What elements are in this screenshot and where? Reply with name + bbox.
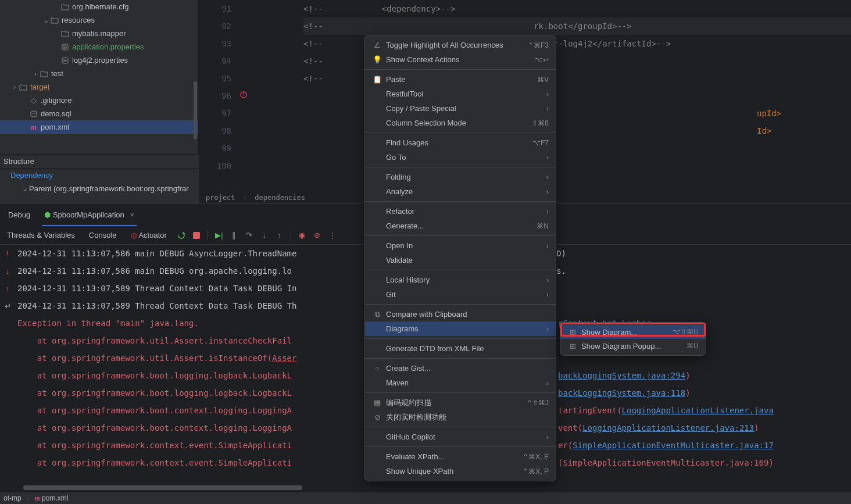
tree-item[interactable]: org.hibernate.cfg: [0, 0, 198, 13]
menu-separator: [365, 304, 556, 305]
menu-item[interactable]: Maven›: [365, 376, 556, 390]
menu-item[interactable]: Copy / Paste Special›: [365, 101, 556, 116]
tree-item[interactable]: mybatis.mapper: [0, 27, 198, 40]
menu-item[interactable]: Folding›: [365, 170, 556, 184]
context-menu[interactable]: ∠Toggle Highlight of All Occurrences⌃⌘F3…: [364, 35, 556, 481]
view-breakpoints-icon[interactable]: ◉: [296, 229, 309, 242]
chevron-right-icon: ›: [546, 290, 549, 299]
compare-icon: ⧉: [372, 310, 382, 319]
tree-item[interactable]: log4j2.properties: [0, 53, 198, 67]
structure-header: Structure: [0, 155, 199, 169]
menu-label: Generate DTD from XML File: [386, 344, 549, 353]
menu-item[interactable]: Analyze›: [365, 184, 556, 199]
folder-icon: [60, 2, 70, 12]
breadcrumb-item[interactable]: dependencies: [255, 194, 305, 202]
status-project[interactable]: ot-mp: [3, 494, 22, 502]
menu-item[interactable]: Show Unique XPath⌃⌘X, P: [365, 464, 556, 478]
chevron-down-icon[interactable]: ⌄: [42, 16, 50, 24]
menu-label: Create Gist...: [386, 364, 549, 373]
step-out-icon[interactable]: ↑: [273, 229, 286, 242]
menu-shortcut: ⌥F7: [532, 139, 549, 147]
menu-shortcut: ⌃⌘F3: [528, 41, 549, 49]
tree-item[interactable]: mpom.xml: [0, 120, 198, 134]
menu-separator: [365, 446, 556, 447]
resume-icon[interactable]: ▶|: [213, 229, 226, 242]
tree-item[interactable]: application.properties: [0, 40, 198, 53]
menu-separator: [365, 270, 556, 270]
console-tab[interactable]: Console: [83, 228, 123, 242]
menu-item[interactable]: Git›: [365, 287, 556, 302]
menu-item[interactable]: Column Selection Mode⇧⌘8: [365, 116, 556, 130]
more-icon[interactable]: ⋮: [326, 229, 339, 242]
menu-separator: [365, 69, 556, 70]
structure-item[interactable]: ⌄Parent (org.springframework.boot:org.sp…: [0, 182, 199, 195]
step-into-icon[interactable]: ↓: [258, 229, 271, 242]
error-icon[interactable]: !: [0, 245, 15, 262]
menu-item[interactable]: Refactor›: [365, 204, 556, 219]
status-file[interactable]: pom.xml: [42, 494, 68, 502]
threads-tab[interactable]: Threads & Variables: [1, 228, 81, 242]
stop-icon[interactable]: [190, 229, 203, 242]
menu-item[interactable]: ▦编码规约扫描⌃⇧⌘J: [365, 395, 556, 410]
down-arrow-icon[interactable]: ↓: [0, 262, 15, 280]
code-line[interactable]: <!-- rk.boot</groupId>-->: [303, 17, 851, 35]
actuator-tab[interactable]: ◎ Actuator: [125, 228, 173, 242]
menu-item[interactable]: GitHub Copilot›: [365, 430, 556, 444]
debug-tab[interactable]: Debug: [1, 204, 37, 226]
menu-item[interactable]: Generate...⌘N: [365, 219, 556, 233]
rerun-icon[interactable]: [175, 229, 188, 242]
chevron-down-icon[interactable]: ⌄: [21, 184, 29, 193]
svg-point-2: [31, 111, 37, 113]
tree-item[interactable]: ›target: [0, 80, 198, 94]
run-tab[interactable]: ⬢ SpbootMpApplication ×: [37, 204, 141, 226]
maven-icon: m: [34, 494, 40, 502]
chevron-right-icon: ›: [546, 173, 549, 181]
menu-item[interactable]: Generate DTD from XML File: [365, 341, 556, 356]
tree-item[interactable]: ›test: [0, 67, 198, 80]
soft-wrap-icon[interactable]: ↵: [0, 297, 15, 314]
tree-item[interactable]: demo.sql: [0, 107, 198, 120]
menu-item[interactable]: Find Usages⌥F7: [365, 135, 556, 150]
close-icon[interactable]: ×: [130, 210, 134, 219]
tree-item[interactable]: ⌄resources: [0, 13, 198, 27]
menu-label: Compare with Clipboard: [386, 310, 549, 319]
menu-item[interactable]: ⧉Compare with Clipboard: [365, 307, 556, 321]
horizontal-scrollbar[interactable]: [23, 485, 845, 490]
up-arrow-icon[interactable]: ↑: [0, 280, 15, 297]
implement-icon[interactable]: [239, 91, 249, 100]
menu-item[interactable]: Evaluate XPath...⌃⌘X, E: [365, 449, 556, 464]
menu-item[interactable]: ⊘关闭实时检测功能: [365, 410, 556, 424]
editor-breadcrumb[interactable]: project › dependencies: [206, 192, 305, 203]
menu-item[interactable]: RestfulTool›: [365, 87, 556, 101]
breadcrumb-item[interactable]: project: [206, 194, 235, 202]
menu-item[interactable]: ○Create Gist...: [365, 361, 556, 376]
menu-item[interactable]: 📋Paste⌘V: [365, 72, 556, 87]
code-line[interactable]: <!-- <dependency>-->: [303, 0, 851, 17]
mute-breakpoints-icon[interactable]: ⊘: [311, 229, 324, 242]
scrollbar-thumb[interactable]: [23, 485, 302, 490]
menu-item[interactable]: Go To›: [365, 150, 556, 165]
chevron-right-icon[interactable]: ›: [10, 83, 19, 91]
menu-item[interactable]: Open In›: [365, 238, 556, 253]
menu-separator: [365, 392, 556, 393]
tree-item[interactable]: ◇.gitignore: [0, 94, 198, 107]
menu-shortcut: ⌘U: [686, 342, 699, 350]
menu-item[interactable]: Local History›: [365, 273, 556, 287]
line-number: 100: [199, 157, 241, 174]
menu-shortcut: ⌥↩: [535, 56, 549, 64]
pause-icon[interactable]: ‖: [228, 229, 241, 242]
submenu-item[interactable]: ⊞Show Diagram...⌥⇧⌘U: [560, 325, 706, 339]
scrollbar-thumb[interactable]: [194, 81, 197, 140]
menu-item[interactable]: ∠Toggle Highlight of All Occurrences⌃⌘F3: [365, 38, 556, 52]
diagrams-submenu[interactable]: ⊞Show Diagram...⌥⇧⌘U⊞Show Diagram Popup.…: [560, 322, 706, 356]
run-icon: ⬢: [44, 210, 51, 219]
submenu-item[interactable]: ⊞Show Diagram Popup...⌘U: [560, 339, 706, 353]
menu-shortcut: ⇧⌘8: [532, 119, 549, 127]
step-over-icon[interactable]: ↷: [243, 229, 256, 242]
chevron-right-icon[interactable]: ›: [31, 69, 40, 78]
menu-item[interactable]: 💡Show Context Actions⌥↩: [365, 52, 556, 67]
menu-item[interactable]: Diagrams›: [365, 321, 556, 336]
structure-item[interactable]: Dependency: [0, 169, 199, 182]
menu-item[interactable]: Validate: [365, 253, 556, 267]
project-tree[interactable]: org.hibernate.cfg⌄resourcesmybatis.mappe…: [0, 0, 199, 154]
